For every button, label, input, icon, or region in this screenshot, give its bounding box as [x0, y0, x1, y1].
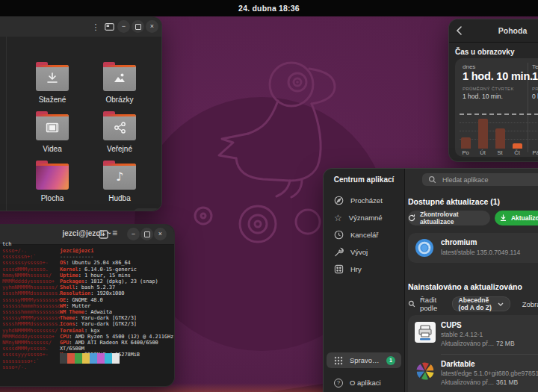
minimize-button[interactable]: −	[117, 20, 130, 33]
check-updates-button[interactable]: Zkontrolovat aktualizace	[408, 211, 490, 225]
appcenter-window: Centrum aplikací Procházet ☆ Významné Ka…	[323, 168, 538, 392]
sidebar-item-label: O aplikaci	[350, 379, 381, 387]
sidebar-item-spravovat[interactable]: Spravo… 1	[327, 352, 401, 368]
folder-label: Plocha	[41, 194, 64, 202]
chevron-down-icon	[498, 302, 504, 306]
search-bar[interactable]	[422, 173, 538, 186]
week-value: 16	[532, 70, 538, 82]
sort-label: Řadit podle	[420, 296, 442, 312]
folder-plocha[interactable]: Plocha	[19, 164, 86, 202]
menu-hamburger-icon[interactable]: ≡	[112, 228, 117, 238]
view-label: Zobrazit	[522, 300, 538, 308]
image-icon	[113, 72, 126, 84]
clock[interactable]: 24. dubna 18:36	[238, 4, 300, 13]
app-version: stable 2.4.12-1	[441, 331, 483, 338]
sidebar-item-vyvoj[interactable]: Vývoj	[327, 244, 401, 260]
app-updated: Aktualizováno př…	[441, 379, 494, 386]
app-size: 72 MB	[496, 340, 515, 347]
sort-row: Řadit podle Abecedně (od A do Z) Zobrazi…	[408, 296, 538, 312]
chromium-icon	[415, 238, 434, 258]
close-button[interactable]: ×	[154, 228, 167, 240]
folder-hudba[interactable]: ♪ Hudba	[86, 164, 153, 202]
sidebar-item-label: Spravo…	[350, 356, 380, 364]
refresh-icon	[408, 214, 415, 222]
day-label: Po	[458, 149, 473, 156]
share-icon	[114, 122, 126, 134]
folder-label: Veřejné	[107, 145, 132, 153]
tab-overview-icon[interactable]	[104, 22, 115, 32]
terminal-neofetch-info: jezci@jezci ----------- OSUbuntu 25.04 x…	[60, 248, 174, 358]
folder-videa[interactable]: Videa	[19, 114, 86, 153]
day-label: Pá	[528, 149, 538, 156]
folder-obrazky[interactable]: Obrázky	[86, 65, 153, 104]
terminal-color-palette	[60, 353, 120, 364]
question-icon: ?	[334, 379, 343, 388]
update-all-button[interactable]: Aktualizovat v	[495, 211, 538, 225]
sidebar-item-o-aplikaci[interactable]: ? O aplikaci	[327, 375, 401, 391]
clock-icon	[334, 230, 344, 240]
folder-label: Hudba	[108, 194, 130, 202]
sidebar-item-hry[interactable]: Hry	[327, 261, 401, 277]
sort-dropdown[interactable]: Abecedně (od A do Z)	[452, 296, 510, 311]
sidebar-item-label: Procházet	[350, 196, 383, 205]
search-input[interactable]	[441, 175, 538, 184]
folder-label: Obrázky	[105, 96, 133, 104]
today-value: 1 hod. 10 min.	[463, 70, 533, 82]
week-average-value: 0 ho	[532, 93, 538, 100]
files-window: ⋮ − × Stažené Obrázky	[0, 16, 162, 211]
screen-time-bar	[513, 143, 522, 149]
compass-icon	[334, 196, 344, 205]
average-dashed-line	[460, 113, 538, 115]
files-grid: Stažené Obrázky Videa Veřejné	[0, 37, 161, 211]
screen-time-section-label: Čas u obrazovky	[455, 48, 514, 56]
day-label: St	[492, 149, 507, 156]
menu-kebab-icon[interactable]: ⋮	[90, 21, 101, 33]
search-small-icon[interactable]	[408, 300, 415, 308]
terminal-headerbar: jezci@jezci: ~ ≡ − ×	[0, 225, 174, 245]
close-button[interactable]: ×	[146, 20, 158, 33]
maximize-button[interactable]	[132, 20, 144, 33]
download-icon	[500, 214, 507, 222]
today-label: dnes	[463, 63, 475, 70]
app-name: CUPS	[441, 321, 462, 329]
week-average-label: PRŮM	[532, 87, 538, 91]
star-icon: ☆	[334, 214, 342, 223]
week-label: Tent	[532, 63, 538, 70]
app-size: 361 MB	[496, 379, 518, 386]
screen-time-bar	[478, 119, 488, 149]
folder-stazene[interactable]: Stažené	[19, 65, 86, 104]
files-headerbar: ⋮ − ×	[0, 17, 161, 37]
wellbeing-headerbar: Pohoda	[449, 19, 538, 43]
maximize-button[interactable]	[140, 228, 153, 240]
appcenter-sidebar: Centrum aplikací Procházet ☆ Významné Ka…	[324, 169, 405, 392]
folder-verejne[interactable]: Veřejné	[86, 114, 153, 153]
desktop: ⋮ − × Stažené Obrázky	[0, 0, 538, 392]
terminal-prompt-tail: tch	[2, 241, 11, 247]
terminal-window: jezci@jezci: ~ ≡ − × tch ssso+/-. ssssss…	[0, 224, 175, 387]
new-tab-icon[interactable]	[99, 229, 109, 239]
sidebar-item-label: Hry	[350, 265, 362, 273]
wellbeing-window: Pohoda Čas u obrazovky dnes 1 hod. 10 mi…	[448, 19, 538, 162]
folder-label: Videa	[43, 145, 61, 153]
sidebar-item-vyznamne[interactable]: ☆ Významné	[327, 210, 401, 225]
today-average-value: 1 hod. 10 min.	[463, 93, 503, 100]
wrench-icon	[334, 247, 344, 257]
updates-count-badge: 1	[386, 356, 395, 365]
terminal-title: jezci@jezci: ~	[42, 229, 132, 237]
minimize-button[interactable]: −	[127, 228, 140, 240]
darktable-icon	[415, 361, 436, 382]
sidebar-item-kancelar[interactable]: Kancelář	[327, 227, 401, 243]
download-icon	[46, 72, 59, 84]
sidebar-item-label: Významné	[349, 214, 383, 222]
day-label: Út	[475, 149, 490, 156]
update-item-chromium[interactable]: chromium latest/stable 135.0.7049.114	[408, 233, 538, 263]
updates-heading: Dostupné aktualizace (1)	[408, 197, 500, 206]
app-updated: Aktualizováno př…	[441, 340, 494, 347]
back-chevron-icon[interactable]	[455, 25, 464, 36]
app-version: latest/edge 5.1.0+git680.gbe978514b3	[441, 370, 538, 377]
day-label: Čt	[510, 149, 525, 156]
screen-time-bar	[461, 137, 471, 149]
film-icon	[46, 122, 59, 133]
installed-list-card: CUPS stable 2.4.12-1 Aktualizováno př… 7…	[408, 315, 538, 392]
sidebar-item-prochazet[interactable]: Procházet	[327, 193, 401, 208]
